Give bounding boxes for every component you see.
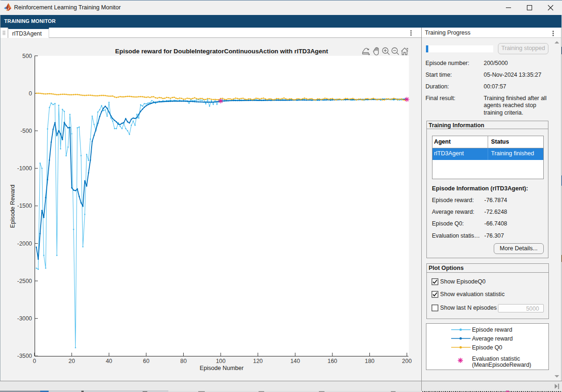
svg-text:-1000: -1000: [17, 165, 32, 172]
svg-text:500: 500: [22, 53, 32, 59]
svg-text:0: 0: [33, 358, 36, 364]
svg-text:60: 60: [143, 358, 150, 364]
svg-text:Episode Number: Episode Number: [200, 365, 244, 371]
svg-text:200: 200: [402, 358, 412, 364]
svg-text:100: 100: [216, 358, 226, 364]
svg-text:20: 20: [69, 358, 75, 364]
svg-text:120: 120: [253, 358, 263, 364]
svg-text:Average reward: Average reward: [472, 335, 513, 341]
svg-text:-3500: -3500: [17, 353, 32, 359]
svg-text:Episode Reward: Episode Reward: [9, 185, 16, 228]
svg-text:Episode reward for DoubleInteg: Episode reward for DoubleIntegratorConti…: [115, 48, 328, 55]
svg-text:-2500: -2500: [17, 278, 32, 284]
svg-text:140: 140: [290, 358, 300, 364]
svg-text:-2000: -2000: [17, 240, 32, 247]
svg-text:-1500: -1500: [17, 203, 32, 209]
svg-text:80: 80: [180, 358, 187, 364]
svg-text:180: 180: [365, 358, 375, 364]
svg-text:0: 0: [29, 90, 32, 97]
svg-text:160: 160: [328, 358, 338, 364]
svg-text:40: 40: [106, 358, 112, 364]
svg-text:-500: -500: [21, 128, 32, 134]
svg-text:-3000: -3000: [17, 315, 32, 322]
svg-text:(MeanEpisodeReward): (MeanEpisodeReward): [472, 361, 532, 368]
svg-text:Episode Q0: Episode Q0: [472, 344, 503, 350]
svg-text:Episode reward: Episode reward: [472, 327, 512, 333]
